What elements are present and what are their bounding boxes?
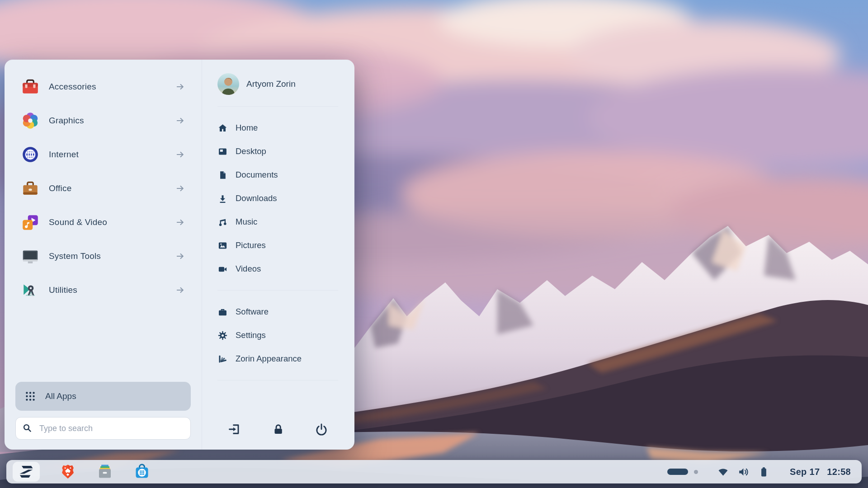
software-briefcase-icon	[217, 307, 228, 317]
download-icon	[217, 193, 228, 204]
media-icon	[21, 213, 40, 232]
clock[interactable]: Sep 17 12:58	[790, 467, 851, 477]
software-store-icon[interactable]	[133, 463, 151, 481]
arrow-right-icon	[175, 285, 185, 295]
place-downloads[interactable]: Downloads	[217, 187, 338, 210]
category-label: Sound & Video	[49, 217, 107, 227]
category-label: System Tools	[49, 251, 101, 261]
menu-item-label: Software	[236, 307, 269, 317]
menu-item-software[interactable]: Software	[217, 300, 338, 324]
zorin-menu-button[interactable]	[13, 462, 40, 482]
place-home[interactable]: Home	[217, 116, 338, 140]
appearance-fan-icon	[217, 354, 228, 364]
taskbar-apps	[13, 462, 151, 482]
lock-icon[interactable]	[271, 422, 285, 436]
zorin-menu-icon	[17, 463, 35, 481]
document-icon	[217, 170, 228, 180]
search-bar	[15, 417, 191, 440]
arrow-right-icon	[175, 251, 185, 261]
place-label: Home	[236, 123, 258, 133]
arrow-right-icon	[175, 150, 185, 160]
category-label: Utilities	[49, 285, 77, 295]
menu-item-settings[interactable]: Settings	[217, 324, 338, 347]
arrow-right-icon	[175, 82, 185, 92]
arrow-right-icon	[175, 217, 185, 227]
gear-icon	[217, 330, 228, 341]
category-label: Office	[49, 183, 71, 193]
taskbar: Sep 17 12:58	[6, 460, 862, 483]
menu-item-zorin-appearance[interactable]: Zorin Appearance	[217, 347, 338, 371]
place-videos[interactable]: Videos	[217, 257, 338, 281]
video-camera-icon	[217, 264, 228, 274]
category-utilities[interactable]: Utilities	[15, 273, 191, 307]
category-graphics[interactable]: Graphics	[15, 103, 191, 137]
picture-icon	[217, 240, 228, 251]
divider	[217, 290, 338, 291]
search-icon	[22, 423, 33, 434]
category-sound-video[interactable]: Sound & Video	[15, 205, 191, 239]
app-menu-panel: Accessories Graphics	[5, 60, 354, 450]
category-accessories[interactable]: Accessories	[15, 70, 191, 103]
color-wheel-icon	[21, 111, 40, 130]
user-avatar	[217, 73, 239, 95]
arrow-right-icon	[175, 116, 185, 126]
session-buttons-row	[217, 422, 338, 438]
system-tray: Sep 17 12:58	[667, 466, 855, 478]
globe-icon	[21, 145, 40, 164]
user-menu-item[interactable]: Artyom Zorin	[217, 71, 338, 97]
category-label: Internet	[49, 150, 79, 160]
search-input[interactable]	[38, 423, 184, 434]
category-system-tools[interactable]: System Tools	[15, 239, 191, 273]
power-icon[interactable]	[315, 422, 328, 436]
menu-item-label: Settings	[236, 330, 266, 340]
category-internet[interactable]: Internet	[15, 137, 191, 171]
wifi-icon[interactable]	[717, 466, 729, 478]
apps-grid-icon	[24, 390, 36, 402]
home-icon	[217, 123, 228, 133]
spacer	[15, 307, 191, 382]
place-pictures[interactable]: Pictures	[217, 234, 338, 257]
all-apps-label: All Apps	[45, 391, 76, 401]
tray-time: 12:58	[827, 467, 851, 477]
status-dot-icon	[694, 470, 698, 474]
divider	[217, 380, 338, 380]
place-documents[interactable]: Documents	[217, 163, 338, 187]
toolbox-icon	[21, 77, 40, 96]
menu-item-label: Zorin Appearance	[236, 354, 302, 364]
place-label: Videos	[236, 264, 261, 274]
log-out-icon[interactable]	[227, 422, 241, 436]
file-manager-icon[interactable]	[96, 463, 114, 481]
tray-date: Sep 17	[790, 467, 820, 477]
music-note-icon	[217, 217, 228, 227]
user-name: Artyom Zorin	[246, 79, 296, 89]
menu-categories-column: Accessories Graphics	[5, 60, 202, 450]
menu-places-column: Artyom Zorin Home Desktop Documents	[202, 60, 354, 450]
briefcase-icon	[21, 179, 40, 198]
volume-icon[interactable]	[737, 466, 750, 478]
arrow-right-icon	[175, 183, 185, 193]
category-office[interactable]: Office	[15, 171, 191, 205]
brave-browser-icon[interactable]	[59, 463, 77, 481]
place-label: Music	[236, 217, 257, 227]
monitor-icon	[21, 247, 40, 266]
place-desktop[interactable]: Desktop	[217, 140, 338, 163]
place-label: Documents	[236, 170, 278, 180]
place-label: Desktop	[236, 146, 266, 156]
category-label: Graphics	[49, 116, 84, 126]
desktop-icon	[217, 146, 228, 157]
category-label: Accessories	[49, 82, 96, 92]
place-label: Downloads	[236, 193, 277, 203]
all-apps-button[interactable]: All Apps	[15, 382, 191, 411]
place-music[interactable]: Music	[217, 210, 338, 234]
divider	[217, 106, 338, 107]
battery-icon[interactable]	[758, 466, 770, 478]
place-label: Pictures	[236, 240, 266, 250]
battery-capsule-icon[interactable]	[667, 469, 688, 475]
utilities-tools-icon	[21, 281, 40, 300]
